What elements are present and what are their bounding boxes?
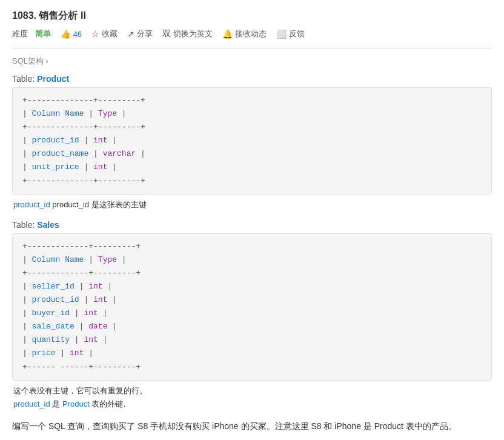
product-row-1: | product_id | int |: [22, 134, 482, 147]
sales-note-1: 这个表没有主键，它可以有重复的行。: [12, 385, 492, 396]
sales-row-3: | buyer_id | int |: [22, 307, 482, 320]
feedback-icon: ⬜: [276, 29, 287, 39]
feedback-button[interactable]: ⬜ 反馈: [276, 28, 305, 39]
product-sep-bot: +--------------+---------+: [22, 175, 482, 188]
product-table-label: Table: Product: [12, 74, 492, 84]
sales-row-4: | sale_date | date |: [22, 320, 482, 333]
sales-sep-top: +-------------+---------+: [22, 240, 482, 253]
breadcrumb[interactable]: SQL架构 ›: [12, 56, 492, 67]
sales-sep-bot: +------ ------+---------+: [22, 361, 482, 374]
sales-row-5: | quantity | int |: [22, 333, 482, 347]
page-title: 1083. 销售分析 II: [12, 10, 492, 22]
share-icon: ↗: [127, 29, 134, 39]
sales-sep-mid: +-------------+---------+: [22, 267, 482, 280]
switch-language-button[interactable]: 双 切换为英文: [162, 28, 213, 39]
product-sep-top: +--------------+---------+: [22, 94, 482, 107]
collect-button[interactable]: ☆ 收藏: [91, 28, 118, 39]
sales-header: | Column Name | Type |: [22, 253, 482, 267]
sales-table-code: +-------------+---------+ | Column Name …: [12, 233, 492, 381]
product-header: | Column Name | Type |: [22, 107, 482, 121]
toolbar-divider: [12, 48, 492, 48]
sales-row-6: | price | int |: [22, 347, 482, 360]
switch-icon: 双: [162, 28, 171, 39]
description: 编写一个 SQL 查询，查询购买了 S8 手机却没有购买 iPhone 的买家。…: [12, 419, 492, 434]
bell-icon: 🔔: [222, 29, 233, 39]
star-icon: ☆: [91, 29, 99, 39]
sales-table-label: Table: Sales: [12, 220, 492, 230]
sales-row-1: | seller_id | int |: [22, 280, 482, 293]
like-button[interactable]: 👍 46: [61, 29, 82, 39]
product-sep-mid: +--------------+---------+: [22, 121, 482, 134]
product-row-2: | product_name | varchar |: [22, 147, 482, 161]
product-table-code: +--------------+---------+ | Column Name…: [12, 87, 492, 195]
page: 1083. 销售分析 II 难度 简单 👍 46 ☆ 收藏 ↗ 分享 双 切换为…: [0, 0, 504, 440]
difficulty-label: 难度 简单: [12, 28, 51, 39]
toolbar: 难度 简单 👍 46 ☆ 收藏 ↗ 分享 双 切换为英文 🔔 接收动态 ⬜ 反馈: [12, 28, 492, 39]
sales-section: Table: Sales +-------------+---------+ |…: [12, 220, 492, 410]
sales-note-2: product_id 是 Product 表的外键.: [12, 399, 492, 410]
product-note: product_id product_id 是这张表的主键: [12, 199, 492, 210]
share-button[interactable]: ↗ 分享: [127, 28, 153, 39]
product-section: Table: Product +--------------+---------…: [12, 74, 492, 210]
sales-row-2: | product_id | int |: [22, 293, 482, 307]
like-icon: 👍: [61, 29, 71, 39]
product-row-3: | unit_price | int |: [22, 161, 482, 174]
notify-button[interactable]: 🔔 接收动态: [222, 28, 267, 39]
